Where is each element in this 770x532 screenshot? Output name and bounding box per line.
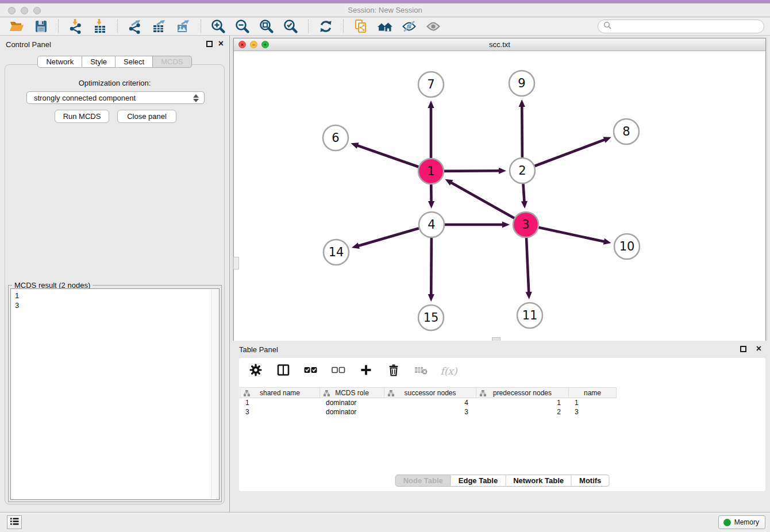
zoom-out-button[interactable] (233, 18, 252, 34)
export-table-button[interactable] (150, 18, 168, 34)
optimization-criterion-select[interactable]: strongly connected component (26, 91, 205, 104)
search-input[interactable] (614, 21, 764, 32)
tab-style[interactable]: Style (82, 56, 116, 68)
deselect-all-button[interactable] (332, 364, 345, 378)
optimization-criterion-value: strongly connected component (34, 94, 136, 102)
column-header-name[interactable]: name (568, 387, 617, 398)
tab-node-table[interactable]: Node Table (395, 475, 451, 487)
home-networks-icon (377, 19, 393, 34)
toolbar-separator (58, 20, 59, 33)
table-panel-title: Table Panel (239, 345, 278, 354)
tab-motifs[interactable]: Motifs (572, 475, 609, 487)
export-image-button[interactable] (174, 18, 192, 34)
table-row[interactable]: 3dominator323 (240, 407, 765, 417)
import-network-button[interactable] (67, 18, 85, 34)
column-header-successor-nodes[interactable]: successor nodes (384, 387, 476, 398)
edge-arrowhead (526, 292, 532, 299)
node-label-3: 3 (522, 218, 529, 232)
toolbar-separator (201, 20, 201, 33)
node-label-7: 7 (427, 78, 434, 91)
edge-arrowhead (428, 294, 434, 302)
column-header-shared-name[interactable]: shared name (240, 387, 320, 398)
control-panel-float-button[interactable] (206, 41, 213, 47)
add-column-icon (360, 364, 372, 379)
node-label-14: 14 (329, 245, 344, 259)
function-builder-button[interactable]: f(x) (442, 364, 456, 378)
toolbar-separator (117, 20, 118, 33)
zoom-in-icon (211, 19, 226, 34)
task-history-button[interactable] (7, 515, 22, 529)
column-selector-button[interactable] (276, 364, 290, 378)
search-field (598, 20, 764, 33)
zoom-in-button[interactable] (209, 18, 228, 34)
cell-MCDS-role: dominator (320, 398, 384, 407)
open-file-button[interactable] (7, 18, 26, 34)
edge-arrowhead (499, 168, 506, 174)
column-header-label: name (584, 389, 601, 397)
vertical-scrollbar-handle[interactable] (233, 257, 239, 269)
control-panel-tabs: NetworkStyleSelectMCDS (0, 56, 229, 68)
zoom-out-icon (235, 19, 250, 34)
cell-successor-nodes: 4 (384, 398, 476, 407)
cell-MCDS-role: dominator (320, 407, 384, 417)
edge-arrowhead (519, 99, 525, 107)
delete-column-button[interactable] (387, 364, 401, 378)
save-session-button[interactable] (32, 18, 50, 34)
status-bar: Memory (0, 512, 770, 532)
zoom-fit-button[interactable] (257, 18, 276, 34)
column-header-MCDS-role[interactable]: MCDS role (319, 387, 384, 398)
export-network-button[interactable] (126, 18, 144, 34)
tab-network-table[interactable]: Network Table (506, 475, 572, 487)
edge-arrowhead (603, 238, 611, 245)
mcds-result-textarea[interactable]: 13 (10, 288, 220, 500)
network-window-titlebar[interactable]: × − + scc.txt (234, 38, 765, 51)
tab-mcds[interactable]: MCDS (153, 56, 191, 68)
column-header-label: shared name (260, 389, 300, 397)
show-details-icon (426, 19, 441, 34)
home-networks-button[interactable] (376, 18, 394, 34)
cell-name: 3 (569, 407, 617, 417)
import-table-button[interactable] (91, 18, 109, 34)
cell-shared-name: 3 (240, 407, 320, 417)
table-body: 1dominator4113dominator323 (240, 398, 765, 417)
cell-name: 1 (569, 398, 617, 407)
deselect-all-icon (332, 364, 345, 379)
clone-network-button[interactable] (352, 18, 370, 34)
main-toolbar (0, 18, 770, 36)
refresh-button[interactable] (317, 18, 335, 34)
run-mcds-button[interactable]: Run MCDS (55, 110, 109, 123)
column-hierarchy-icon (244, 390, 250, 396)
column-hierarchy-icon (324, 390, 330, 396)
node-label-8: 8 (622, 125, 630, 138)
search-icon (603, 21, 611, 32)
zoom-selected-button[interactable] (282, 18, 300, 34)
tab-edge-table[interactable]: Edge Table (451, 475, 506, 487)
task-list-icon (10, 517, 19, 527)
close-panel-button[interactable]: Close panel (117, 110, 176, 123)
column-hierarchy-icon (388, 390, 394, 396)
cell-predecessor-nodes: 2 (476, 407, 569, 417)
tab-network[interactable]: Network (37, 56, 82, 68)
show-details-button[interactable] (424, 18, 442, 34)
import-table-icon (93, 19, 107, 34)
result-scrollbar[interactable] (211, 290, 218, 499)
table-panel-float-button[interactable] (740, 346, 746, 352)
control-panel-close-button[interactable]: × (218, 40, 224, 48)
select-all-button[interactable] (304, 364, 318, 378)
window-title: Session: New Session (0, 6, 770, 14)
settings-gear-button[interactable] (249, 364, 263, 378)
add-column-button[interactable] (359, 364, 373, 378)
table-row[interactable]: 1dominator411 (240, 398, 765, 407)
delete-table-button[interactable] (414, 364, 428, 378)
refresh-icon (318, 19, 333, 34)
memory-button[interactable]: Memory (718, 515, 765, 529)
network-canvas[interactable]: 7968124314101511 (234, 51, 765, 341)
hide-details-button[interactable] (400, 18, 418, 34)
column-header-label: predecessor nodes (493, 389, 552, 397)
column-selector-icon (277, 364, 290, 379)
table-panel-close-button[interactable]: × (756, 345, 761, 353)
tab-select[interactable]: Select (116, 56, 153, 68)
edge-arrowhead (603, 137, 611, 142)
column-header-predecessor-nodes[interactable]: predecessor nodes (476, 387, 569, 398)
hide-details-icon (402, 19, 417, 34)
